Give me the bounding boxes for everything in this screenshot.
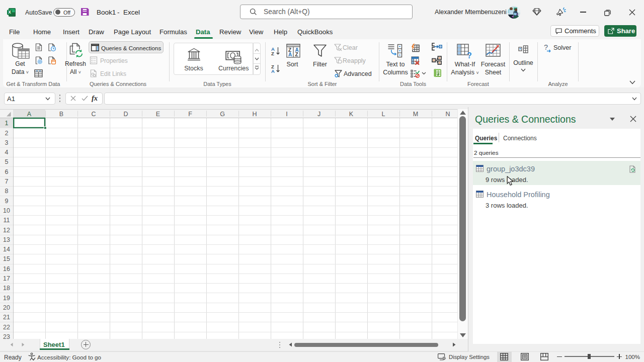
- svg-text:A: A: [271, 68, 275, 74]
- svg-text:19: 19: [3, 295, 10, 302]
- svg-text:M: M: [413, 111, 418, 118]
- svg-text:?: ?: [467, 51, 472, 59]
- svg-text:1: 1: [5, 120, 9, 127]
- svg-text:14: 14: [3, 246, 10, 253]
- svg-text:A: A: [27, 111, 32, 118]
- svg-text:21: 21: [3, 314, 10, 321]
- svg-text:8: 8: [5, 188, 9, 195]
- svg-text:11: 11: [4, 217, 10, 224]
- svg-text:X: X: [8, 10, 11, 15]
- svg-text:23: 23: [3, 333, 10, 339]
- svg-text:K: K: [349, 111, 354, 118]
- svg-text:4: 4: [5, 149, 9, 156]
- svg-text:20: 20: [3, 304, 10, 311]
- svg-text:3: 3: [5, 139, 9, 146]
- svg-text:A: A: [288, 52, 292, 57]
- svg-text:?: ?: [544, 43, 548, 51]
- svg-text:I: I: [286, 111, 287, 118]
- svg-text:G: G: [220, 111, 225, 118]
- svg-text:22: 22: [3, 324, 10, 331]
- svg-text:N: N: [445, 111, 450, 118]
- svg-text:L: L: [382, 111, 385, 118]
- svg-text:C: C: [91, 111, 96, 118]
- svg-text:10: 10: [3, 207, 10, 214]
- svg-text:E: E: [156, 111, 160, 118]
- svg-text:F: F: [188, 111, 192, 118]
- svg-text:5: 5: [5, 158, 9, 165]
- svg-text:D: D: [123, 111, 128, 118]
- svg-text:B: B: [59, 111, 63, 118]
- svg-text:13: 13: [3, 236, 10, 243]
- svg-text:12: 12: [3, 227, 10, 234]
- svg-text:Z: Z: [295, 52, 298, 57]
- svg-text:16: 16: [3, 265, 10, 273]
- svg-text:17: 17: [3, 275, 10, 282]
- svg-text:9: 9: [5, 198, 9, 205]
- svg-text:18: 18: [3, 285, 10, 292]
- svg-text:6: 6: [5, 168, 9, 175]
- svg-text:J: J: [317, 111, 320, 118]
- svg-text:7: 7: [5, 178, 9, 185]
- svg-text:15: 15: [3, 255, 10, 262]
- svg-text:Z: Z: [271, 51, 274, 56]
- svg-text:H: H: [252, 111, 257, 118]
- svg-text:2: 2: [5, 130, 9, 137]
